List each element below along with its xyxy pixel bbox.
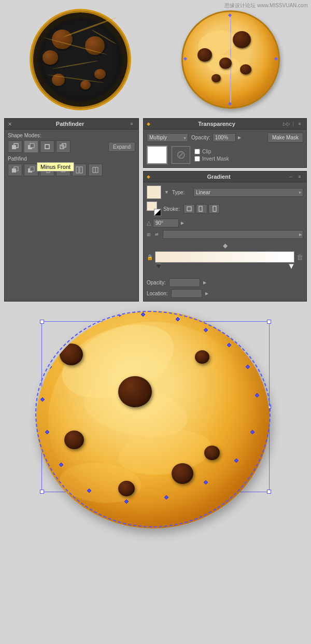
opacity-input[interactable] <box>213 133 236 142</box>
gp-location-input[interactable] <box>171 289 202 298</box>
gradient-bar[interactable] <box>155 251 294 263</box>
anchor-17 <box>64 336 68 340</box>
aspect-select-wrap[interactable]: ▶ <box>163 230 303 239</box>
selection-handle-br[interactable] <box>267 490 271 494</box>
svg-rect-22 <box>213 206 216 211</box>
anchor-4 <box>227 343 231 347</box>
expand-button[interactable]: Expand <box>108 142 135 152</box>
left-chip <box>43 50 58 65</box>
big-chip-midleft <box>64 431 84 449</box>
anchor-13 <box>59 463 63 467</box>
gp-collapse-icon[interactable]: – <box>287 173 294 180</box>
exclude-button[interactable] <box>56 140 70 153</box>
gradient-midpoint[interactable]: ◆ <box>223 242 228 249</box>
reverse-icon[interactable]: ⇄ <box>155 232 159 237</box>
gradient-stop-right[interactable] <box>289 264 294 269</box>
right-chip <box>197 48 212 62</box>
tp-diamond-icon: ◆ <box>147 121 150 126</box>
stroke-label: Stroke: <box>163 206 181 212</box>
invert-mask-label: Invert Mask <box>202 156 229 162</box>
anchor-5 <box>246 365 250 369</box>
clip-checkbox[interactable] <box>194 149 200 154</box>
panels-section: ✕ Pathfinder ≡ Shape Modes: Expand <box>0 114 311 306</box>
intersect-button[interactable] <box>40 140 54 153</box>
pathfinder-titlebar: ✕ Pathfinder ≡ <box>5 119 138 130</box>
anchor-15 <box>40 397 45 402</box>
blend-mode-select[interactable]: Multiply <box>147 133 188 142</box>
svg-rect-5 <box>45 145 49 149</box>
anchor-10 <box>164 495 168 499</box>
big-chip-topleft <box>60 344 83 365</box>
anchor-14 <box>45 430 49 434</box>
aspect-icon: ⊞ <box>147 232 151 237</box>
shape-modes-label: Shape Modes: <box>8 133 135 138</box>
anchor-11 <box>124 499 129 504</box>
gradient-stop-left[interactable] <box>156 264 161 269</box>
transparency-panel: ◆ Transparency ▷▷ ≡ Multiply Opacit <box>143 118 307 168</box>
selection-handle-tl[interactable] <box>40 320 44 324</box>
pathfind-btn-1[interactable] <box>8 164 22 176</box>
pathfinder-panel: ✕ Pathfinder ≡ Shape Modes: Expand <box>4 118 139 302</box>
tp-menu-icon[interactable]: ≡ <box>296 120 303 127</box>
pathfinder-menu-icon[interactable]: ≡ <box>128 120 135 127</box>
mask-no-preview: ⊘ <box>172 146 190 164</box>
selection-handle-tr[interactable] <box>267 320 271 324</box>
right-chip <box>211 74 221 82</box>
tp-expand-icon[interactable]: ▷▷ <box>283 120 290 127</box>
gradient-type-select[interactable]: Linear <box>193 188 303 197</box>
anchor-3 <box>204 327 208 332</box>
gp-opacity-expand[interactable]: ▶ <box>203 280 206 285</box>
selection-handle-bl[interactable] <box>40 490 44 494</box>
left-chip <box>52 30 73 49</box>
left-chip <box>80 80 91 90</box>
right-chip <box>240 64 251 75</box>
clip-label: Clip <box>202 149 211 154</box>
invert-mask-checkbox[interactable] <box>194 156 200 162</box>
aspect-select[interactable] <box>163 230 303 239</box>
gradient-title: Gradient <box>207 174 230 180</box>
stroke-btn-3[interactable] <box>208 204 220 213</box>
make-mask-button[interactable]: Make Mask <box>267 133 303 142</box>
gradient-color-box[interactable] <box>147 185 161 199</box>
anchor-9 <box>204 480 208 484</box>
unite-button[interactable] <box>8 140 22 153</box>
angle-input[interactable] <box>153 219 179 227</box>
svg-rect-3 <box>30 144 34 148</box>
big-chip-right <box>204 446 220 460</box>
svg-rect-20 <box>187 207 191 211</box>
pathfinder-close-icon[interactable]: ✕ <box>8 121 12 127</box>
gp-menu-icon[interactable]: ≡ <box>296 173 303 180</box>
stroke-btn-1[interactable] <box>183 204 195 213</box>
gradient-panel: ◆ Gradient – ≡ ▼ Type: Linear <box>143 171 307 302</box>
pathfind-btn-5[interactable] <box>72 164 87 176</box>
gradient-titlebar: ◆ Gradient – ≡ <box>144 171 306 182</box>
angle-icon: △ <box>147 220 151 226</box>
transparency-title: Transparency <box>198 121 235 127</box>
gradient-type-select-wrap[interactable]: Linear <box>193 188 303 197</box>
blend-mode-select-wrap[interactable]: Multiply <box>147 133 188 142</box>
pathfind-label: Pathfind <box>8 156 135 162</box>
minus-front-button[interactable] <box>24 140 38 153</box>
pathfind-btn-6[interactable] <box>88 164 103 176</box>
bottom-section <box>0 306 311 539</box>
big-chip-center <box>118 376 152 407</box>
gp-location-expand[interactable]: ▶ <box>205 291 208 296</box>
invert-mask-option[interactable]: Invert Mask <box>194 156 229 162</box>
left-chip <box>94 69 106 79</box>
stroke-btn-2[interactable] <box>196 204 207 213</box>
pathfind-btn-2[interactable]: Minus Front <box>24 164 38 176</box>
big-chip-bottom <box>118 481 135 496</box>
anchor-16 <box>47 365 51 369</box>
gradient-lock-left: 🔒 <box>147 254 153 260</box>
watermark: 思缘设计论坛 www.MISSVUAN.com <box>224 2 308 9</box>
gp-opacity-input[interactable] <box>169 278 200 287</box>
svg-rect-4 <box>45 145 49 149</box>
delete-gradient-stop[interactable]: 🗑 <box>296 253 303 261</box>
right-chip <box>219 58 232 69</box>
angle-expand-icon[interactable]: ▶ <box>181 221 184 225</box>
right-chip <box>233 31 251 48</box>
opacity-expand-icon[interactable]: ▶ <box>238 135 241 140</box>
gradient-arrow[interactable]: ▼ <box>164 190 169 195</box>
svg-rect-16 <box>76 167 79 173</box>
clip-option[interactable]: Clip <box>194 149 229 154</box>
